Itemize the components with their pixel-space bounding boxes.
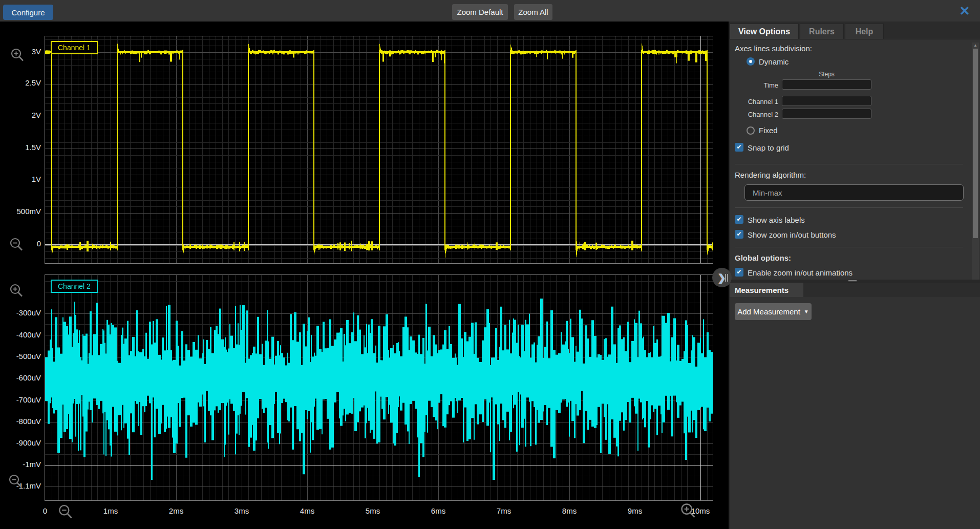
snap-to-grid-label: Snap to grid [748, 143, 789, 153]
top-toolbar: Configure Zoom Default Zoom All ✕ [0, 0, 980, 22]
panel-splitter-grip[interactable] [725, 274, 729, 282]
tab-measurements[interactable]: Measurements [730, 283, 803, 297]
configure-button[interactable]: Configure [3, 5, 53, 20]
rendering-algorithm-select[interactable]: Min-max [744, 184, 964, 201]
ch2-y-tick-label: -800uV [0, 416, 41, 427]
ch2-y-tick-label: -700uV [0, 395, 41, 405]
show-axis-labels-checkbox[interactable]: ✔ [735, 215, 743, 224]
time-tick-label: 3ms [225, 506, 258, 516]
sidebar-scrollbar[interactable]: ▲ ▼ [972, 43, 979, 285]
time-zoom-in-icon[interactable] [679, 502, 697, 522]
global-options-heading: Global options: [735, 253, 791, 263]
time-step-label: Time [731, 81, 778, 89]
time-tick-label: 5ms [356, 506, 389, 516]
ch2-zoom-in-icon[interactable] [9, 283, 24, 301]
time-tick-label: 2ms [160, 506, 193, 516]
channel1-step-input[interactable] [782, 96, 871, 106]
channel1-step-label: Channel 1 [731, 98, 778, 105]
fixed-radio[interactable] [747, 126, 755, 135]
divider [735, 164, 963, 164]
channel1-waveform-canvas[interactable] [45, 36, 713, 263]
channel2-plot[interactable] [45, 274, 713, 501]
channel1-badge[interactable]: Channel 1 [51, 41, 98, 54]
measurements-panel: Add Measurement ▼ [730, 297, 980, 529]
zoom-all-button[interactable]: Zoom All [514, 4, 552, 20]
enable-animations-checkbox[interactable]: ✔ [735, 268, 743, 277]
ch1-zoom-in-icon[interactable] [10, 48, 25, 65]
plot-area: Channel 1 Channel 2 3V2.5V2V1.5V1V500mV0… [0, 22, 729, 529]
ch2-y-tick-label: -500uV [0, 351, 41, 362]
sidebar-collapse-button[interactable]: ❯ ❯ [712, 268, 732, 287]
ch1-y-tick-label: 2.5V [0, 78, 41, 88]
time-tick-label: 9ms [619, 506, 651, 516]
time-zoom-out-icon[interactable] [57, 504, 74, 522]
ch2-zoom-out-icon[interactable] [8, 474, 23, 491]
time-tick-label: 1ms [94, 506, 127, 516]
rendering-algorithm-label: Rendering algorithm: [735, 171, 806, 180]
time-tick-label: 7ms [487, 506, 520, 516]
axes-subdivision-label: Axes lines subdivision: [735, 44, 812, 53]
scrollbar-thumb[interactable] [973, 49, 978, 238]
close-icon[interactable]: ✕ [956, 3, 973, 19]
fixed-radio-label: Fixed [759, 126, 778, 135]
channel2-step-input[interactable] [782, 109, 871, 119]
tab-view-options[interactable]: View Options [730, 24, 799, 39]
oscilloscope-window: Configure Zoom Default Zoom All ✕ Channe… [0, 0, 980, 529]
show-zoom-buttons-label: Show zoom in/out buttons [748, 230, 836, 240]
dynamic-radio[interactable] [747, 57, 755, 66]
steps-column-header: Steps [782, 70, 871, 79]
ch1-zoom-out-icon[interactable] [9, 237, 24, 255]
channel2-step-label: Channel 2 [731, 111, 778, 118]
settings-sidebar: View Options Rulers Help Axes lines subd… [729, 22, 980, 529]
time-step-input[interactable] [782, 79, 871, 90]
dynamic-radio-label: Dynamic [759, 57, 789, 67]
ch2-y-tick-label: -900uV [0, 438, 41, 448]
add-measurement-label: Add Measurement [737, 307, 800, 316]
ch1-y-tick-label: 2V [0, 110, 41, 120]
add-measurement-button[interactable]: Add Measurement ▼ [735, 303, 812, 320]
divider [735, 207, 963, 208]
scroll-up-icon[interactable]: ▲ [972, 43, 979, 49]
sidebar-tabs: View Options Rulers Help [730, 22, 980, 39]
ch1-y-tick-label: 500mV [0, 206, 41, 217]
show-zoom-buttons-checkbox[interactable]: ✔ [735, 230, 743, 239]
ch2-y-tick-label: -300uV [0, 308, 41, 318]
time-tick-label: 4ms [291, 506, 324, 516]
ch1-y-tick-label: 1V [0, 174, 41, 184]
zoom-default-button[interactable]: Zoom Default [452, 4, 508, 20]
show-axis-labels-label: Show axis labels [748, 216, 805, 225]
time-tick-label: 8ms [553, 506, 586, 516]
channel1-plot[interactable] [45, 36, 713, 264]
ch2-y-tick-label: -1mV [0, 459, 41, 470]
time-tick-label: 0 [29, 506, 61, 516]
divider [735, 247, 963, 247]
ch2-y-tick-label: -600uV [0, 373, 41, 383]
enable-animations-label: Enable zoom in/out animations [748, 268, 853, 278]
channel2-waveform-canvas[interactable] [45, 275, 713, 500]
dropdown-caret-icon: ▼ [804, 309, 809, 314]
snap-to-grid-checkbox[interactable]: ✔ [735, 143, 743, 152]
ch1-y-tick-label: 1.5V [0, 142, 41, 153]
channel2-badge[interactable]: Channel 2 [51, 280, 98, 293]
time-tick-label: 6ms [422, 506, 455, 516]
tab-rulers[interactable]: Rulers [800, 24, 844, 39]
tab-help[interactable]: Help [845, 24, 884, 39]
ch2-y-tick-label: -400uV [0, 330, 41, 340]
